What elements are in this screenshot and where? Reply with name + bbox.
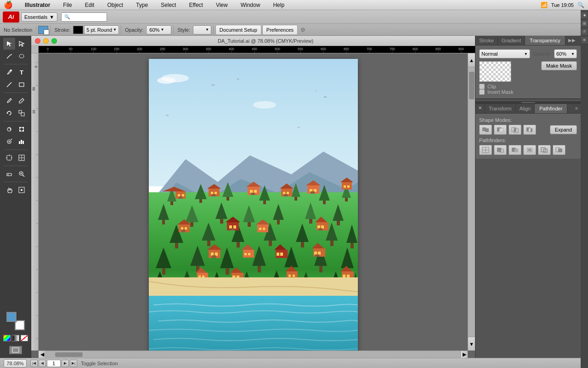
- h-scroll-thumb[interactable]: [55, 352, 83, 357]
- column-graph-tool[interactable]: [16, 136, 28, 148]
- menu-file[interactable]: File: [60, 1, 74, 9]
- zoom-tool[interactable]: [16, 168, 28, 180]
- tab-align[interactable]: Align: [516, 104, 535, 113]
- page-number-input[interactable]: 1: [47, 360, 61, 367]
- menu-type[interactable]: Type: [133, 1, 151, 9]
- window-maximize-button[interactable]: [51, 38, 57, 44]
- warp-tool[interactable]: [3, 123, 15, 135]
- shape-mode-unite[interactable]: [479, 125, 492, 135]
- stroke-weight-dropdown[interactable]: 5 pt. Round ▼: [84, 25, 119, 34]
- prev-page-btn[interactable]: ◀: [39, 360, 46, 367]
- toolbar-extra-icon[interactable]: ⚙: [300, 27, 305, 33]
- hand-tool[interactable]: [3, 184, 15, 196]
- screen-mode-btn[interactable]: [9, 346, 22, 354]
- paintbrush-tool[interactable]: [3, 95, 15, 107]
- rotate-tool[interactable]: [3, 107, 15, 119]
- artboard-tool[interactable]: [3, 152, 15, 164]
- print-tiling-tool[interactable]: [16, 184, 28, 196]
- pathfinder-minus-back[interactable]: [553, 145, 565, 155]
- panel-icon-4[interactable]: ↺: [581, 29, 588, 35]
- pathfinder-divide[interactable]: [479, 145, 492, 155]
- solid-color-btn[interactable]: [3, 335, 11, 341]
- panel-icon-3[interactable]: ▤: [581, 20, 588, 27]
- tab-gradient[interactable]: Gradient: [498, 36, 525, 45]
- preferences-button[interactable]: Preferences: [262, 25, 298, 35]
- pathfinder-trim[interactable]: [494, 145, 507, 155]
- menu-effect[interactable]: Effect: [186, 1, 205, 9]
- pencil-tool[interactable]: [16, 95, 28, 107]
- apple-menu[interactable]: 🍎: [4, 0, 13, 9]
- artboard[interactable]: ∧∧ ∧∧ ∧∧ ∧ ∧∧ ∧∧: [149, 59, 358, 351]
- next-page-btn[interactable]: ▶: [62, 360, 69, 367]
- panel-close-btn[interactable]: ✕: [475, 104, 485, 113]
- opacity-input-panel[interactable]: 60% ▼: [554, 49, 577, 58]
- opacity-dropdown[interactable]: 60% ▼: [146, 25, 171, 34]
- pen-tool[interactable]: [3, 66, 15, 78]
- pathfinder-expand-icon[interactable]: ≡: [572, 104, 581, 113]
- tab-stroke[interactable]: Stroke: [475, 36, 498, 45]
- style-dropdown[interactable]: ▼: [193, 25, 211, 34]
- menu-edit[interactable]: Edit: [82, 1, 97, 9]
- window-close-button[interactable]: [35, 38, 40, 44]
- lasso-tool[interactable]: [16, 50, 28, 62]
- stroke-color-swatch[interactable]: [73, 26, 83, 34]
- svg-marker-150: [341, 247, 354, 268]
- make-mask-button[interactable]: Make Mask: [541, 61, 577, 70]
- scale-tool[interactable]: [16, 107, 28, 119]
- direct-selection-tool[interactable]: [16, 38, 28, 50]
- horizontal-scrollbar[interactable]: ◀ ▶: [39, 351, 468, 358]
- svg-marker-114: [215, 202, 227, 219]
- tab-transform[interactable]: Transform: [485, 104, 516, 113]
- pathfinder-crop[interactable]: [523, 145, 536, 155]
- panel-options-icon[interactable]: ▶▶: [565, 36, 578, 45]
- tool-row-2: [3, 50, 28, 62]
- symbol-sprayer-tool[interactable]: [3, 136, 15, 148]
- type-tool[interactable]: T: [16, 66, 28, 78]
- selection-status: No Selection: [2, 27, 34, 33]
- fill-color-box[interactable]: [6, 312, 17, 322]
- v-scroll-thumb[interactable]: [469, 72, 475, 99]
- last-page-btn[interactable]: ▶|: [70, 360, 77, 367]
- menu-select[interactable]: Select: [158, 1, 179, 9]
- first-page-btn[interactable]: |◀: [30, 360, 38, 367]
- status-bar: 78.08% |◀ ◀ 1 ▶ ▶| Toggle Selection: [0, 358, 588, 368]
- eraser-tool[interactable]: [3, 168, 15, 180]
- window-minimize-button[interactable]: [43, 38, 49, 44]
- search-icon[interactable]: 🔍: [577, 2, 584, 8]
- no-fill-btn[interactable]: [21, 335, 28, 341]
- fill-swatch[interactable]: [38, 26, 48, 34]
- menu-object[interactable]: Object: [104, 1, 126, 9]
- rect-tool[interactable]: [16, 79, 28, 91]
- invert-mask-checkbox[interactable]: [479, 89, 485, 95]
- clip-checkbox[interactable]: [479, 84, 485, 89]
- vertical-scrollbar[interactable]: ▲ ▼: [468, 53, 475, 351]
- shape-modes-row: Expand: [479, 125, 577, 135]
- menu-view[interactable]: View: [213, 1, 231, 9]
- app-menu-illustrator[interactable]: Illustrator: [22, 1, 53, 9]
- separator5: [213, 25, 214, 34]
- free-transform-tool[interactable]: [16, 123, 28, 135]
- shape-mode-intersect[interactable]: [509, 125, 521, 135]
- line-tool[interactable]: [3, 79, 15, 91]
- tab-transparency[interactable]: Transparency: [525, 36, 565, 45]
- magic-wand-tool[interactable]: [3, 50, 15, 62]
- svg-text:750: 750: [390, 47, 395, 51]
- slice-tool[interactable]: [16, 152, 28, 164]
- pathfinder-outline[interactable]: [538, 145, 551, 155]
- shape-mode-exclude[interactable]: [523, 125, 536, 135]
- panel-icon-2[interactable]: ◆: [581, 12, 588, 18]
- panel-icon-5[interactable]: ⊕: [581, 37, 588, 43]
- document-setup-button[interactable]: Document Setup: [215, 25, 261, 35]
- document-canvas[interactable]: ∧∧ ∧∧ ∧∧ ∧ ∧∧ ∧∧: [39, 53, 468, 351]
- expand-button[interactable]: Expand: [550, 125, 577, 134]
- menu-window[interactable]: Window: [238, 1, 263, 9]
- menu-help[interactable]: Help: [270, 1, 287, 9]
- gradient-fill-btn[interactable]: [12, 335, 19, 341]
- shape-mode-minus[interactable]: [494, 125, 507, 135]
- blend-mode-dropdown[interactable]: Normal ▼: [479, 49, 530, 58]
- zoom-value-display[interactable]: 78.08%: [4, 359, 27, 368]
- tab-pathfinder[interactable]: Pathfinder: [535, 104, 567, 113]
- pathfinder-merge[interactable]: [509, 145, 521, 155]
- workspace-dropdown[interactable]: Essentials ▼: [21, 12, 57, 22]
- selection-tool[interactable]: [3, 38, 15, 50]
